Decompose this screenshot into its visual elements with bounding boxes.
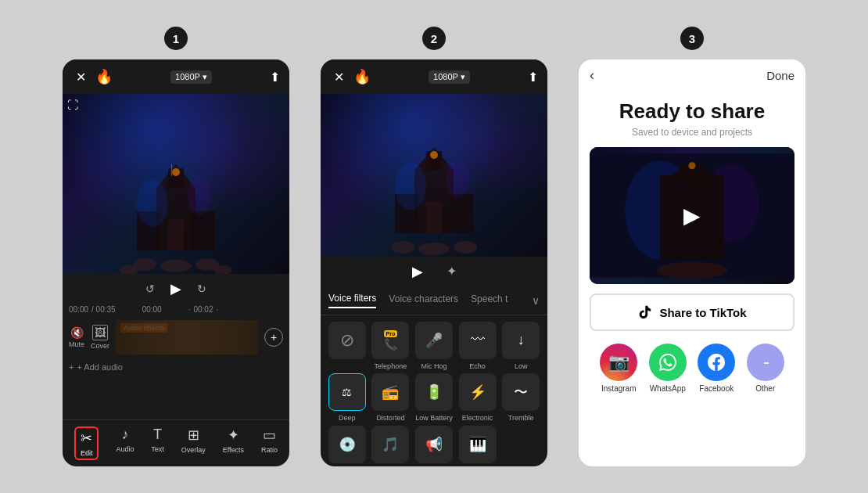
tool-edit[interactable]: ✂ Edit [74, 426, 99, 460]
share-preview: ▶ [590, 147, 794, 284]
share-play-button[interactable]: ▶ [683, 203, 701, 229]
filter-synth[interactable]: 🎹 Synth [457, 426, 498, 466]
filter-none-icon: ⊘ [328, 322, 366, 359]
tool-effects-label: Effects [223, 446, 244, 454]
flame-icon-1: 🔥 [95, 68, 113, 85]
cover-button[interactable]: 🖼 Cover [91, 325, 109, 350]
filter-low-battery-label: Low Battery [415, 414, 453, 423]
mute-button[interactable]: 🔇 Mute [69, 326, 84, 348]
tool-text[interactable]: T Text [151, 426, 164, 460]
phone-header-1: ✕ 🔥 1080P ▾ ⬆ [63, 59, 289, 94]
quality-badge-2[interactable]: 1080P ▾ [429, 70, 470, 84]
filter-echo-icon: 〰 [459, 322, 497, 359]
step-1-number: 1 [164, 27, 188, 50]
tiktok-label: Share to TikTok [659, 306, 746, 319]
fullscreen-button-1[interactable]: ⛶ [67, 99, 78, 111]
filter-megaphone-icon: 📢 [415, 426, 453, 463]
phone-frame-1: ✕ 🔥 1080P ▾ ⬆ [63, 59, 289, 466]
magic-button[interactable]: ✦ [447, 264, 457, 279]
done-button[interactable]: Done [766, 69, 794, 82]
svg-point-24 [454, 241, 477, 254]
social-row: 📷 Instagram WhatsApp [579, 337, 805, 399]
close-button-2[interactable]: ✕ [330, 68, 347, 85]
filter-mic-hog[interactable]: 🎤 Mic Hog [414, 322, 454, 371]
social-other[interactable]: ··· Other [747, 344, 784, 393]
tool-overlay[interactable]: ⊞ Overlay [181, 426, 206, 460]
filter-mic-hog-label: Mic Hog [421, 362, 447, 371]
other-label: Other [755, 384, 775, 393]
share-title: Ready to share [579, 99, 805, 124]
edit-icon: ✂ [81, 430, 92, 447]
add-audio-row[interactable]: + + Add audio [63, 359, 289, 375]
filter-echo[interactable]: 〰 Echo [457, 322, 498, 371]
track-strip-1: Audio effects [116, 320, 258, 354]
video-preview-1: ⛶ [63, 94, 289, 274]
svg-point-6 [172, 168, 180, 176]
phone-header-2: ✕ 🔥 1080P ▾ ⬆ [321, 59, 547, 94]
svg-rect-5 [192, 211, 215, 250]
filter-deep-icon: ⚖ [328, 373, 366, 411]
social-facebook[interactable]: Facebook [698, 344, 735, 393]
svg-point-34 [657, 262, 727, 279]
facebook-icon [698, 344, 735, 381]
filter-megaphone[interactable]: 📢 Megaphone [414, 426, 454, 466]
filter-distorted-icon: 📻 [371, 373, 409, 411]
share-header: ‹ Done [579, 59, 805, 92]
add-track-button[interactable]: + [264, 328, 283, 347]
ratio-icon: ▭ [263, 426, 276, 444]
filter-low-battery[interactable]: 🔋 Low Battery [414, 373, 454, 423]
tiktok-icon [637, 304, 653, 320]
facebook-label: Facebook [699, 384, 733, 393]
chevron-down-icon[interactable]: ∨ [532, 294, 540, 307]
svg-point-25 [395, 163, 426, 210]
flame-icon-2: 🔥 [353, 68, 371, 85]
filter-distorted[interactable]: 📻 Distorted [371, 373, 411, 423]
svg-rect-7 [171, 164, 172, 176]
filter-synth-icon: 🎹 [459, 426, 497, 463]
instagram-icon: 📷 [600, 344, 637, 381]
social-instagram[interactable]: 📷 Instagram [600, 344, 637, 393]
quality-badge-1[interactable]: 1080P ▾ [170, 70, 212, 84]
svg-point-13 [137, 180, 168, 227]
tool-ratio[interactable]: ▭ Ratio [261, 426, 278, 460]
play-button-2[interactable]: ▶ [412, 263, 423, 280]
tab-speech-text[interactable]: Speech t [471, 293, 508, 308]
redo-button[interactable]: ↻ [197, 282, 206, 295]
filter-mic-hog-icon: 🎤 [415, 322, 453, 359]
share-tiktok-button[interactable]: Share to TikTok [590, 293, 794, 331]
more-icon: ··· [747, 344, 784, 381]
filter-telephone[interactable]: Pro 📞 Telephone [371, 322, 411, 371]
upload-icon-1[interactable]: ⬆ [270, 70, 280, 85]
playback-bar-2: ▶ ✦ [321, 257, 547, 286]
timeline-area-1: ↺ ▶ ↻ 00:00 / 00:35 00:00 · 00:02 · 🔇 Mu… [63, 274, 289, 419]
tool-effects[interactable]: ✦ Effects [223, 426, 244, 460]
filter-distorted-label: Distorted [376, 414, 404, 423]
text-icon: T [153, 426, 162, 443]
tool-ratio-label: Ratio [261, 446, 278, 454]
play-button-1[interactable]: ▶ [170, 280, 181, 297]
filter-electronic[interactable]: ⚡ Electronic [457, 373, 498, 423]
back-button[interactable]: ‹ [590, 67, 594, 84]
filter-tremble[interactable]: 〜 Tremble [500, 373, 541, 423]
upload-icon-2[interactable]: ⬆ [528, 70, 538, 85]
filter-deep[interactable]: ⚖ Deep [327, 373, 368, 423]
filter-telephone-label: Telephone [375, 362, 407, 371]
tab-voice-filters[interactable]: Voice filters [328, 293, 376, 308]
filter-low[interactable]: ↓ Low [500, 322, 541, 371]
filter-vinyl[interactable]: 💿 Vinyl [327, 426, 368, 466]
close-button-1[interactable]: ✕ [72, 68, 89, 85]
church-silhouette-2 [371, 139, 497, 257]
undo-button[interactable]: ↺ [145, 282, 155, 295]
filter-lofi-icon: 🎵 [371, 426, 409, 463]
social-whatsapp[interactable]: WhatsApp [649, 344, 687, 393]
step-1-container: 1 ✕ 🔥 1080P ▾ ⬆ [63, 27, 289, 466]
svg-rect-18 [426, 202, 442, 233]
tab-voice-characters[interactable]: Voice characters [389, 293, 458, 308]
tool-audio[interactable]: ♪ Audio [116, 426, 134, 460]
filter-low-label: Low [515, 362, 528, 371]
bottom-toolbar-1: ✂ Edit ♪ Audio T Text ⊞ Overlay ✦ Effe [63, 419, 289, 466]
filter-none[interactable]: ⊘ [327, 322, 368, 371]
filter-low-icon: ↓ [502, 322, 540, 359]
timeline-tracks-1: 🔇 Mute 🖼 Cover Audio effects + [63, 315, 289, 359]
filter-lofi[interactable]: 🎵 Lo-Fi [371, 426, 411, 466]
